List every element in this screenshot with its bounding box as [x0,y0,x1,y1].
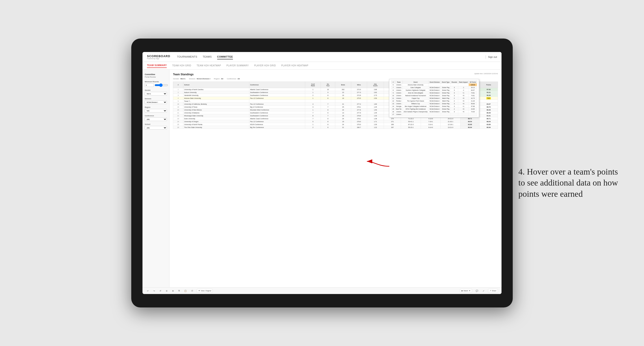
share-button[interactable]: ↗ Share [488,289,498,293]
watch-label: Watch [464,290,468,292]
table-title: Team Standings [173,73,194,76]
points-cell[interactable]: 79.5 # Team Event [480,97,498,100]
top-nav: SCOREBOARD Powered by clippi TOURNAMENTS… [142,52,502,62]
tooltip-row: 11UniversCopper CupNCAA Division IMatch … [391,97,477,100]
school-cell: Auburn University [183,91,249,94]
points-cell[interactable] [480,100,498,103]
tooltip-row: 17Univers [391,113,477,116]
highlighted-points[interactable]: 79.5 [486,97,491,100]
nav-tournaments[interactable]: TOURNAMENTS [177,54,197,59]
tooltip-row: 12Florida IThe Cypress Point ClassicNCAA… [391,100,477,102]
points-cell[interactable]: 88.48 [480,111,498,114]
refresh-button[interactable]: ↺ [159,289,162,292]
points-cell[interactable]: 88.54 [480,120,498,123]
zoom-in-button[interactable]: ⊕ [171,289,175,292]
paste-button[interactable]: 📋 [183,289,188,292]
sidebar-conference: Conference (All) [145,115,167,121]
filter-gender-label: Gender: [173,78,180,80]
redo-button[interactable]: ↪ [152,289,156,292]
school-cell: Arizona State University [183,97,249,100]
points-cell[interactable]: 88.49 [480,108,498,111]
watch-button[interactable]: ▶ Watch ▼ [460,289,472,293]
view-original-button[interactable]: 👁 View: Original [197,289,213,293]
conf-rank-cell: 1 [305,91,321,94]
sub-nav-team-h2h-grid[interactable]: TEAM H2H GRID [172,63,191,68]
no-tour-cell: 10 [321,88,335,91]
sidebar-school-label: School [145,123,167,125]
sub-nav-player-h2h-heatmap[interactable]: PLAYER H2H HEATMAP [281,63,308,68]
table-row[interactable]: 24 University of Oregon Pac-12 Conferenc… [173,120,498,123]
points-cell[interactable]: 83.41 [480,114,498,117]
col-no-tour: NoTour [321,82,335,88]
sidebar-gender-label: Gender [145,89,167,91]
sidebar-region-select[interactable]: N/A [145,109,167,113]
share-label: Share [492,290,496,292]
adj-score-cell: 2.82 [367,91,384,94]
points-cell[interactable]: 97.02 [480,88,498,91]
undo-button[interactable]: ↩ [146,289,150,292]
sub-nav-team-h2h-heatmap[interactable]: TEAM H2H HEATMAP [196,63,221,68]
col-bnds: Bnds [335,82,351,88]
filter-division-value: NCAA Division I [197,78,210,80]
nav-teams[interactable]: TEAMS [202,54,212,59]
rank-cell: 4 [173,97,183,100]
sidebar-gender: Gender Men's [145,89,167,95]
sidebar-school-select[interactable]: (All) [145,126,167,130]
points-cell[interactable]: 88.71 [480,117,498,120]
bnds-cell: 23 [335,91,351,94]
table-row[interactable]: 25 University of North Florida ASUN Conf… [173,123,498,126]
sub-nav-team-summary[interactable]: TEAM SUMMARY [147,63,167,68]
copy-button[interactable]: ⧉ [178,289,181,292]
tablet-screen: SCOREBOARD Powered by clippi TOURNAMENTS… [142,52,502,294]
app-subtitle: Powered by clippi [147,58,170,59]
sign-out-link[interactable]: Sign out [488,56,497,58]
sidebar-gender-select[interactable]: Men's [145,92,167,95]
tooltip-row: 15East TecOFCC Fighting Illini Invitatio… [391,108,477,110]
min-rounds-input[interactable] [145,83,154,87]
tooltip-row: 8UniversSouthern Highlands CollegiateNCA… [391,89,477,91]
sub-nav: TEAM SUMMARY TEAM H2H GRID TEAM H2H HEAT… [142,62,502,70]
zoom-out-button[interactable]: ⊖ [165,289,168,292]
points-cell[interactable]: 83.89 [480,123,498,126]
sub-nav-player-h2h-grid[interactable]: PLAYER H2H GRID [254,63,276,68]
points-cell[interactable]: 90.20 [480,94,498,97]
clock-button[interactable]: ⏱ [190,289,194,292]
wins-cell: 272.6 [351,94,367,97]
table-row[interactable]: 26 The Ohio State University Big Ten Con… [173,126,498,129]
points-cell[interactable]: 88.70 [480,106,498,108]
school-cell: University of North Carolina [183,88,249,91]
min-rounds-slider[interactable] [154,84,168,86]
expand-button[interactable]: ⤢ [482,289,485,292]
bnds-cell: 19 [335,94,351,97]
school-cell: Vanderbilt University [183,94,249,97]
conference-cell: Southeastern Conference [249,94,305,97]
col-conference: Conference [249,82,305,88]
view-label: View: Original [201,290,211,292]
points-cell[interactable]: 93.31 [480,91,498,94]
annotation-text: 4. Hover over a team's points to see add… [518,166,626,199]
sidebar-division-select[interactable]: NCAA Division I [145,100,167,104]
nav-committee[interactable]: COMMITTEE [217,54,233,59]
bnds-cell: 19 [335,97,351,100]
table-row[interactable]: 23 Duke University Atlantic Coast Confer… [173,117,498,120]
adj-score-cell: 2.86 [367,88,384,91]
sidebar-conference-select[interactable]: (All) [145,117,167,121]
filter-conference-label: Conference: [227,78,237,80]
conference-cell: Pac-12 Conference [249,97,305,100]
points-cell[interactable]: 80.94 [480,126,498,129]
table-header: Team Standings Update time: 13/03/2024 1… [173,73,498,76]
points-cell[interactable]: 83.07 [480,103,498,106]
sub-nav-player-summary[interactable]: PLAYER SUMMARY [226,63,248,68]
col-points[interactable]: Points [480,82,498,88]
sidebar: Committee Portal Review Minimum Rounds G… [142,70,170,287]
points-tooltip: # Team Event Event Division Event Type R… [389,79,479,117]
nav-links: TOURNAMENTS TEAMS COMMITTEE [177,54,485,59]
rank-cell: 3 [173,94,183,97]
no-tour-cell: 8 [321,97,335,100]
app-title: SCOREBOARD [147,54,170,58]
table-row-highlighted[interactable]: 4 Arizona State University Pac-12 Confer… [173,97,498,100]
comment-button[interactable]: 💬 [475,289,479,292]
filter-gender-value: Men's [180,78,185,80]
col-adj-score: Adj.Score [367,82,384,88]
logo-area: SCOREBOARD Powered by clippi [147,54,170,59]
